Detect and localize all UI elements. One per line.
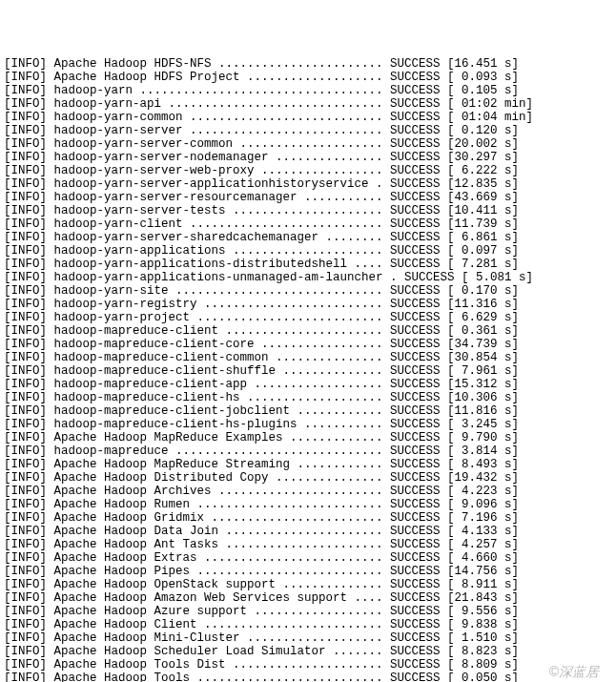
log-line: [INFO] Apache Hadoop Azure support .....… bbox=[4, 605, 612, 618]
log-line: [INFO] hadoop-yarn-server-applicationhis… bbox=[4, 177, 612, 191]
log-line: [INFO] Apache Hadoop HDFS-NFS ..........… bbox=[4, 57, 612, 71]
log-line: [INFO] hadoop-mapreduce-client-core ....… bbox=[4, 338, 612, 351]
log-line: [INFO] hadoop-mapreduce-client-jobclient… bbox=[4, 404, 612, 418]
log-line: [INFO] Apache Hadoop MapReduce Examples … bbox=[4, 431, 612, 444]
log-line: [INFO] hadoop-yarn-server-nodemanager ..… bbox=[4, 151, 612, 164]
log-line: [INFO] hadoop-mapreduce-client-hs-plugin… bbox=[4, 418, 612, 431]
log-line: [INFO] Apache Hadoop Tools Dist ........… bbox=[4, 658, 612, 672]
log-line: [INFO] Apache Hadoop OpenStack support .… bbox=[4, 578, 612, 591]
log-line: [INFO] hadoop-mapreduce-client-common ..… bbox=[4, 351, 612, 364]
log-line: [INFO] Apache Hadoop MapReduce Streaming… bbox=[4, 458, 612, 471]
log-line: [INFO] hadoop-yarn-site ................… bbox=[4, 284, 612, 298]
log-line: [INFO] hadoop-yarn-server ..............… bbox=[4, 124, 612, 137]
log-line: [INFO] hadoop-yarn-server-common .......… bbox=[4, 137, 612, 151]
log-line: [INFO] Apache Hadoop Distributed Copy ..… bbox=[4, 471, 612, 485]
log-line: [INFO] Apache Hadoop Pipes .............… bbox=[4, 565, 612, 578]
log-line: [INFO] Apache Hadoop Rumen .............… bbox=[4, 498, 612, 511]
log-line: [INFO] Apache Hadoop Ant Tasks .........… bbox=[4, 538, 612, 551]
log-line: [INFO] hadoop-yarn .....................… bbox=[4, 84, 612, 97]
build-log: [INFO] Apache Hadoop HDFS-NFS ..........… bbox=[4, 57, 612, 682]
log-line: [INFO] Apache Hadoop Data Join .........… bbox=[4, 525, 612, 538]
log-line: [INFO] Apache Hadoop Tools .............… bbox=[4, 672, 612, 682]
log-line: [INFO] hadoop-yarn-server-web-proxy ....… bbox=[4, 164, 612, 177]
watermark: ©深蓝居 bbox=[549, 665, 599, 678]
log-line: [INFO] hadoop-yarn-registry ............… bbox=[4, 298, 612, 311]
log-line: [INFO] hadoop-yarn-server-tests ........… bbox=[4, 204, 612, 217]
log-line: [INFO] hadoop-yarn-applications-unmanage… bbox=[4, 271, 612, 284]
log-line: [INFO] hadoop-yarn-server-resourcemanage… bbox=[4, 191, 612, 204]
log-line: [INFO] hadoop-mapreduce-client-app .....… bbox=[4, 378, 612, 391]
log-line: [INFO] hadoop-mapreduce-client .........… bbox=[4, 324, 612, 338]
log-line: [INFO] hadoop-mapreduce ................… bbox=[4, 444, 612, 458]
log-line: [INFO] Apache Hadoop HDFS Project ......… bbox=[4, 71, 612, 84]
log-line: [INFO] Apache Hadoop Client ............… bbox=[4, 618, 612, 631]
log-line: [INFO] hadoop-yarn-api .................… bbox=[4, 97, 612, 111]
log-line: [INFO] Apache Hadoop Gridmix ...........… bbox=[4, 511, 612, 525]
log-line: [INFO] Apache Hadoop Extras ............… bbox=[4, 551, 612, 565]
log-line: [INFO] hadoop-yarn-project .............… bbox=[4, 311, 612, 324]
log-line: [INFO] hadoop-yarn-client ..............… bbox=[4, 217, 612, 231]
log-line: [INFO] Apache Hadoop Archives ..........… bbox=[4, 485, 612, 498]
log-line: [INFO] hadoop-yarn-applications-distribu… bbox=[4, 258, 612, 271]
log-line: [INFO] Apache Hadoop Amazon Web Services… bbox=[4, 591, 612, 605]
log-line: [INFO] Apache Hadoop Mini-Cluster ......… bbox=[4, 631, 612, 645]
log-line: [INFO] hadoop-yarn-common ..............… bbox=[4, 111, 612, 124]
log-line: [INFO] Apache Hadoop Scheduler Load Simu… bbox=[4, 645, 612, 658]
log-line: [INFO] hadoop-mapreduce-client-hs ......… bbox=[4, 391, 612, 404]
log-line: [INFO] hadoop-mapreduce-client-shuffle .… bbox=[4, 364, 612, 378]
log-line: [INFO] hadoop-yarn-server-sharedcacheman… bbox=[4, 231, 612, 244]
log-line: [INFO] hadoop-yarn-applications ........… bbox=[4, 244, 612, 258]
